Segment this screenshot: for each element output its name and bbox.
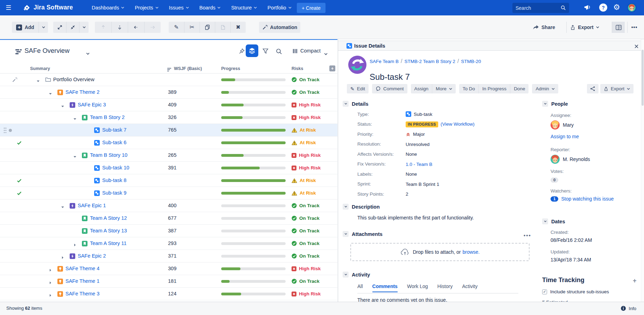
issue-summary-link[interactable]: Sub-task 6 [102,140,126,145]
nav-item-projects[interactable]: Projects [135,5,158,10]
table-row[interactable]: SAFe Epic 1400On Track [0,200,337,212]
cut-scissors-button[interactable]: ✂ [184,22,200,33]
copy-button[interactable] [200,22,215,33]
columns-icon[interactable] [293,49,298,55]
issue-summary-link[interactable]: SAFe Theme 2 [65,89,99,95]
expand-all-button[interactable] [53,22,66,33]
expand-twisty-icon[interactable] [61,254,64,261]
move-up-button[interactable] [95,22,111,33]
breadcrumb-issue-key-link[interactable]: STMB-20 [461,59,481,64]
table-row[interactable]: Team A Story 12677On Track [0,212,337,225]
scrollbar-thumb[interactable] [642,50,644,106]
comment-button[interactable]: Comment [372,84,407,93]
issue-summary-link[interactable]: SAFe Epic 2 [78,253,106,259]
issue-summary-link[interactable]: Team A Story 12 [90,215,127,221]
nav-item-portfolio[interactable]: Portfolio [267,5,291,10]
app-switcher-icon[interactable]: ☰ [6,4,11,11]
table-row[interactable]: SAFe Epic 2371On Track [0,250,337,262]
browse-link[interactable]: browse. [462,249,479,255]
indent-button[interactable] [144,22,161,33]
done-transition-button[interactable]: Done [510,84,528,93]
issue-summary-link[interactable]: SAFe Epic 1 [78,203,106,208]
table-row[interactable]: Team A Story 13387On Track [0,225,337,237]
table-row[interactable]: Sub-task 10391High Risk [0,162,337,174]
create-button[interactable]: + Create [297,3,326,13]
checkbox-checked[interactable]: ✓ [542,289,547,294]
collapse-twisty-icon[interactable] [73,154,77,160]
chevron-down-icon[interactable] [343,272,349,278]
edit-button[interactable]: ✎Edit [347,84,369,93]
issue-summary-link[interactable]: SAFe Epic 3 [78,102,106,107]
votes-badge[interactable]: 0 [551,176,558,183]
assignee-user[interactable]: Mary [551,120,574,130]
more-dropdown-button[interactable]: More [432,84,456,93]
global-search-input[interactable]: Search [512,3,569,13]
scrollbar-track[interactable] [641,39,644,302]
group-layers-button[interactable] [246,44,258,57]
issue-summary-link[interactable]: Sub-task 8 [102,177,126,183]
close-icon[interactable] [634,44,639,50]
collapse-twisty-icon[interactable] [61,103,64,110]
density-chevron-icon[interactable] [324,50,328,57]
nav-item-dashboards[interactable]: Dashboards [92,5,124,10]
table-row[interactable]: Portfolio OverviewOn Track [0,74,337,86]
collapse-level-dropdown[interactable] [79,22,89,33]
table-row[interactable]: Sub-task 6At Risk [0,136,337,149]
jira-logo-icon[interactable] [22,3,31,14]
nav-item-issues[interactable]: Issues [169,5,189,10]
add-column-button[interactable]: + [329,65,335,71]
export-button[interactable]: Export [566,22,603,33]
issue-summary-link[interactable]: SAFe Theme 4 [65,266,99,271]
section-attachments[interactable]: Attachments [343,231,383,237]
delete-button[interactable]: ✖ [230,22,246,33]
move-down-button[interactable] [111,22,128,33]
chevron-down-icon[interactable] [542,218,548,224]
column-risks[interactable]: Risks [292,66,303,71]
issue-summary-link[interactable]: Sub-task 7 [102,127,126,133]
outdent-button[interactable] [128,22,144,33]
filter-icon[interactable] [262,48,268,55]
todo-transition-button[interactable]: To Do [459,84,478,93]
reporter-user[interactable]: M. Reynolds [551,155,590,164]
announcements-megaphone-icon[interactable] [584,4,591,12]
issue-summary-link[interactable]: Team B Story 10 [90,152,127,158]
drag-handle[interactable] [4,127,7,135]
attachments-more-icon[interactable]: ••• [524,232,531,238]
issue-summary-link[interactable]: Sub-task 9 [102,190,126,196]
more-options-button[interactable]: ••• [627,22,641,33]
table-row[interactable]: SAFe Epic 3409High Risk [0,99,337,111]
add-button[interactable]: + Add [12,22,38,33]
table-row[interactable]: Sub-task 7765At Risk [0,124,337,136]
nav-item-structure[interactable]: Structure [231,5,257,10]
edit-pencil-button[interactable]: ✎ [169,22,184,33]
chevron-down-icon[interactable] [343,231,349,237]
share-nodes-button[interactable] [587,84,598,93]
table-row[interactable]: Team A Story 11293On Track [0,237,337,250]
info-button[interactable]: Info [621,306,636,311]
table-row[interactable]: Sub-task 8At Risk [0,174,337,187]
add-dropdown-button[interactable] [38,22,48,33]
tab-activity[interactable]: Activity [462,284,477,292]
section-details[interactable]: Details [343,101,369,107]
brand-title[interactable]: Jira Software [34,4,73,11]
section-people[interactable]: People [542,101,568,107]
structure-title-chevron-icon[interactable] [86,50,90,56]
admin-dropdown-button[interactable]: Admin [532,84,558,93]
table-row[interactable]: SAFe Theme 4309High Risk [0,262,337,275]
collapse-twisty-icon[interactable] [61,204,64,210]
column-summary[interactable]: Summary [30,66,50,71]
in-progress-transition-button[interactable]: In Progress [478,84,510,93]
tab-all[interactable]: All [357,284,363,292]
structure-title[interactable]: SAFe Overview [24,47,70,55]
issue-summary-link[interactable]: Team A Story 11 [90,240,127,246]
share-button[interactable]: Share [530,22,558,33]
nav-item-boards[interactable]: Boards [200,5,221,10]
settings-gear-icon[interactable]: ⚙ [613,3,620,12]
table-row[interactable]: Team B Story 10265High Risk [0,149,337,162]
chevron-down-icon[interactable] [542,101,548,107]
table-row[interactable]: Sub-task 9At Risk [0,187,337,200]
issue-summary-link[interactable]: Portfolio Overview [53,77,94,82]
issue-summary-link[interactable]: Team A Story 13 [90,228,127,233]
chevron-down-icon[interactable] [343,101,349,107]
collapse-twisty-icon[interactable] [49,91,52,97]
